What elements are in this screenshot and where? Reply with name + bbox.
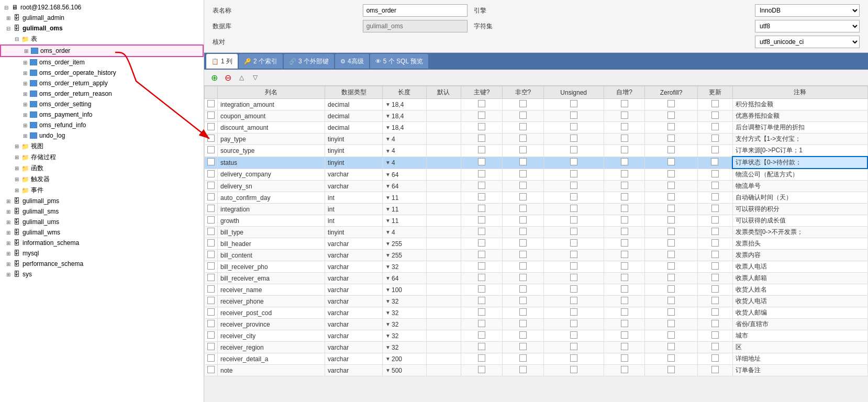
notnull-cell[interactable] bbox=[503, 250, 544, 261]
checkbox[interactable] bbox=[621, 216, 628, 224]
comment-cell[interactable]: 区 bbox=[732, 342, 867, 353]
checkbox[interactable] bbox=[621, 331, 628, 339]
length-cell[interactable]: ▼18,4 bbox=[383, 99, 426, 110]
checkbox[interactable] bbox=[667, 182, 675, 189]
ai-cell[interactable] bbox=[604, 204, 645, 215]
checkbox[interactable] bbox=[478, 320, 485, 327]
tree-db-information-schema[interactable]: ⊞ 🗄 information_schema bbox=[0, 238, 204, 248]
zf-cell[interactable] bbox=[645, 181, 697, 192]
comment-cell[interactable]: 省份/直辖市 bbox=[732, 319, 867, 330]
col-name-cell[interactable]: bill_content bbox=[218, 250, 325, 261]
update-cell[interactable] bbox=[697, 273, 732, 284]
default-cell[interactable] bbox=[426, 122, 461, 133]
dropdown-arrow[interactable]: ▼ bbox=[385, 275, 391, 281]
zf-cell[interactable] bbox=[645, 342, 697, 353]
row-select-cell[interactable] bbox=[205, 296, 218, 307]
table-name-input[interactable] bbox=[363, 4, 468, 17]
checkbox[interactable] bbox=[519, 182, 527, 189]
tree-db-sys[interactable]: ⊞ 🗄 sys bbox=[0, 269, 204, 280]
data-type-cell[interactable]: tinyint bbox=[325, 145, 383, 157]
checkbox[interactable] bbox=[207, 354, 215, 362]
ai-cell[interactable] bbox=[604, 250, 645, 261]
default-cell[interactable] bbox=[426, 215, 461, 227]
default-cell[interactable] bbox=[426, 192, 461, 204]
default-cell[interactable] bbox=[426, 169, 461, 181]
unsigned-cell[interactable] bbox=[543, 319, 604, 330]
checkbox[interactable] bbox=[711, 331, 719, 339]
update-cell[interactable] bbox=[697, 215, 732, 227]
pk-cell[interactable] bbox=[461, 353, 503, 365]
data-type-cell[interactable]: varchar bbox=[325, 238, 383, 250]
checkbox[interactable] bbox=[621, 354, 628, 362]
checkbox[interactable] bbox=[711, 366, 719, 373]
checkbox[interactable] bbox=[711, 297, 719, 304]
table-row[interactable]: discount_amountdecimal▼18,4后台调整订单使用的折扣 bbox=[205, 122, 868, 133]
checkbox[interactable] bbox=[519, 228, 527, 235]
unsigned-cell[interactable] bbox=[543, 307, 604, 319]
default-cell[interactable] bbox=[426, 99, 461, 110]
tree-group-events[interactable]: ⊞ 📁 事件 bbox=[0, 185, 204, 196]
checkbox[interactable] bbox=[711, 308, 719, 316]
table-row[interactable]: receiver_phonevarchar▼32收货人电话 bbox=[205, 296, 868, 307]
checkbox[interactable] bbox=[478, 170, 485, 177]
checkbox[interactable] bbox=[207, 158, 215, 165]
ai-cell[interactable] bbox=[604, 145, 645, 157]
dropdown-arrow[interactable]: ▼ bbox=[385, 298, 391, 304]
checkbox[interactable] bbox=[711, 239, 719, 247]
default-cell[interactable] bbox=[426, 227, 461, 238]
checkbox[interactable] bbox=[519, 216, 527, 224]
dropdown-arrow[interactable]: ▼ bbox=[385, 206, 391, 212]
ai-cell[interactable] bbox=[604, 192, 645, 204]
checkbox[interactable] bbox=[621, 182, 628, 189]
checkbox[interactable] bbox=[621, 111, 628, 119]
ai-cell[interactable] bbox=[604, 227, 645, 238]
unsigned-cell[interactable] bbox=[543, 157, 604, 169]
row-select-cell[interactable] bbox=[205, 284, 218, 296]
zf-cell[interactable] bbox=[645, 99, 697, 110]
ai-cell[interactable] bbox=[604, 342, 645, 353]
checkbox[interactable] bbox=[667, 111, 675, 119]
pk-cell[interactable] bbox=[461, 157, 503, 169]
checkbox[interactable] bbox=[711, 354, 719, 362]
checkbox[interactable] bbox=[478, 297, 485, 304]
checkbox[interactable] bbox=[711, 251, 719, 258]
comment-cell[interactable]: 收票人电话 bbox=[732, 261, 867, 273]
table-row[interactable]: receiver_detail_avarchar▼200详细地址 bbox=[205, 353, 868, 365]
ai-cell[interactable] bbox=[604, 330, 645, 342]
update-cell[interactable] bbox=[697, 250, 732, 261]
row-select-cell[interactable] bbox=[205, 365, 218, 376]
row-select-cell[interactable] bbox=[205, 273, 218, 284]
ai-cell[interactable] bbox=[604, 133, 645, 145]
checkbox[interactable] bbox=[711, 320, 719, 327]
dropdown-arrow[interactable]: ▼ bbox=[385, 218, 391, 224]
unsigned-cell[interactable] bbox=[543, 133, 604, 145]
update-cell[interactable] bbox=[697, 204, 732, 215]
checkbox[interactable] bbox=[478, 111, 485, 119]
tree-db-performance-schema[interactable]: ⊞ 🗄 performance_schema bbox=[0, 259, 204, 269]
pk-cell[interactable] bbox=[461, 169, 503, 181]
data-type-cell[interactable]: varchar bbox=[325, 181, 383, 192]
zf-cell[interactable] bbox=[645, 330, 697, 342]
row-select-cell[interactable] bbox=[205, 238, 218, 250]
pk-cell[interactable] bbox=[461, 238, 503, 250]
zf-cell[interactable] bbox=[645, 227, 697, 238]
data-type-cell[interactable]: varchar bbox=[325, 284, 383, 296]
pk-cell[interactable] bbox=[461, 133, 503, 145]
notnull-cell[interactable] bbox=[503, 110, 544, 122]
pk-cell[interactable] bbox=[461, 273, 503, 284]
ai-cell[interactable] bbox=[604, 307, 645, 319]
zf-cell[interactable] bbox=[645, 250, 697, 261]
checkbox[interactable] bbox=[570, 354, 577, 362]
charset-select[interactable]: utf8 utf8mb4 bbox=[755, 20, 860, 32]
checkbox[interactable] bbox=[667, 146, 675, 153]
notnull-cell[interactable] bbox=[503, 99, 544, 110]
default-cell[interactable] bbox=[426, 273, 461, 284]
unsigned-cell[interactable] bbox=[543, 110, 604, 122]
table-row[interactable]: receiver_regionvarchar▼32区 bbox=[205, 342, 868, 353]
update-cell[interactable] bbox=[697, 169, 732, 181]
comment-cell[interactable]: 积分抵扣金额 bbox=[732, 99, 867, 110]
checkbox[interactable] bbox=[519, 146, 527, 153]
update-cell[interactable] bbox=[697, 227, 732, 238]
update-cell[interactable] bbox=[697, 353, 732, 365]
dropdown-arrow[interactable]: ▼ bbox=[385, 125, 391, 130]
